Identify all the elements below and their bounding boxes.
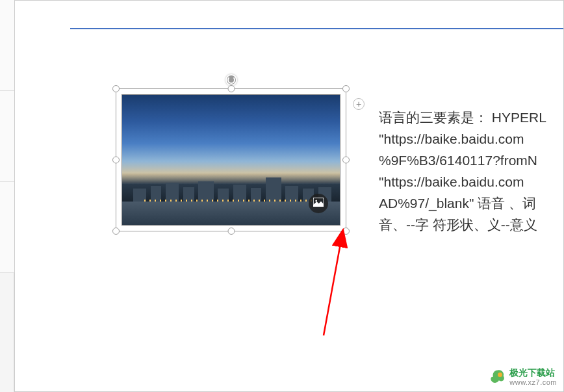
- water-reflection: [122, 202, 340, 225]
- text-line: 语言的三要素是： HYPERL: [379, 107, 563, 128]
- rotate-handle[interactable]: [225, 74, 237, 86]
- resize-handle-middle-left[interactable]: [112, 157, 120, 164]
- resize-handle-top-right[interactable]: [342, 85, 350, 92]
- document-canvas[interactable]: + 语言的三要素是： HYPERL"https://baike.baidu.co…: [14, 0, 564, 392]
- resize-handle-bottom-middle[interactable]: [227, 228, 235, 235]
- resize-handle-bottom-left[interactable]: [112, 228, 120, 235]
- picture-options-button[interactable]: [309, 194, 328, 213]
- watermark: 极光下载站 www.xz7.com: [489, 368, 557, 386]
- svg-point-1: [315, 200, 317, 202]
- document-text[interactable]: 语言的三要素是： HYPERL"https://baike.baidu.com%…: [379, 107, 563, 235]
- text-line: "https://baike.baidu.com: [379, 128, 563, 150]
- resize-handle-middle-right[interactable]: [342, 157, 350, 164]
- add-button[interactable]: +: [353, 98, 365, 110]
- cityscape-silhouette: [122, 173, 340, 202]
- horizontal-rule: [70, 28, 563, 29]
- text-line: "https://baike.baidu.com: [379, 171, 563, 192]
- sidebar-slot[interactable]: [0, 182, 14, 273]
- image-content: [122, 94, 340, 226]
- building-silhouette: [266, 177, 281, 202]
- text-line: %9F%B3/6140117?fromN: [379, 150, 563, 171]
- watermark-title: 极光下载站: [509, 368, 557, 378]
- resize-handle-top-left[interactable]: [112, 85, 120, 92]
- building-silhouette: [198, 181, 213, 202]
- building-silhouette: [166, 183, 179, 202]
- sidebar-slot[interactable]: [0, 91, 14, 182]
- svg-point-4: [498, 372, 502, 377]
- selected-image[interactable]: +: [116, 88, 346, 231]
- watermark-logo-icon: [489, 368, 507, 386]
- watermark-url: www.xz7.com: [509, 378, 557, 386]
- text-line: AD%97/_blank" 语音 、词: [379, 192, 563, 214]
- text-line: 音、--字 符形状、义--意义: [379, 214, 563, 235]
- sidebar-slot[interactable]: [0, 0, 14, 91]
- sidebar-thumbnails: [0, 0, 14, 392]
- svg-line-3: [324, 229, 343, 335]
- resize-handle-top-middle[interactable]: [227, 85, 235, 92]
- selection-box: [116, 88, 346, 231]
- resize-handle-bottom-right[interactable]: [342, 228, 350, 235]
- annotation-arrow: [307, 222, 379, 339]
- sky-gradient: [122, 95, 340, 183]
- picture-icon: [313, 198, 324, 209]
